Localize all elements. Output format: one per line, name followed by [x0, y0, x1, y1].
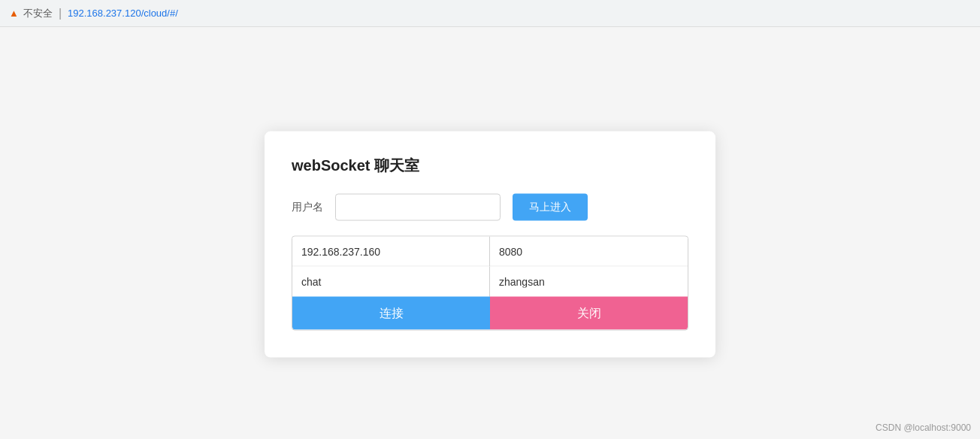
username-row: 用户名 马上进入 [292, 194, 688, 221]
action-row: 连接 关闭 [292, 297, 688, 330]
ip-input[interactable] [292, 237, 490, 267]
watermark: CSDN @localhost:9000 [876, 422, 971, 433]
browser-bar: ▲ 不安全 | 192.168.237.120/cloud/#/ [0, 0, 980, 27]
grid-row-1 [292, 237, 688, 267]
page-content: webSocket 聊天室 用户名 马上进入 连接 关闭 CSDN @lo [0, 27, 980, 439]
close-button[interactable]: 关闭 [490, 297, 688, 330]
grid-row-2 [292, 267, 688, 297]
username-input[interactable] [335, 194, 501, 221]
user-input[interactable] [490, 267, 688, 297]
websocket-card: webSocket 聊天室 用户名 马上进入 连接 关闭 [265, 132, 715, 358]
port-input[interactable] [490, 237, 688, 267]
enter-button[interactable]: 马上进入 [513, 194, 588, 221]
inputs-container: 连接 关闭 [292, 236, 688, 331]
path-input[interactable] [292, 267, 490, 297]
warning-icon: ▲ [9, 8, 19, 19]
username-label: 用户名 [292, 201, 323, 214]
card-title: webSocket 聊天室 [292, 156, 688, 176]
url-divider: | [59, 7, 62, 20]
connect-button[interactable]: 连接 [292, 297, 490, 330]
security-text: 不安全 [23, 7, 53, 20]
url-bar[interactable]: 192.168.237.120/cloud/#/ [68, 8, 178, 19]
